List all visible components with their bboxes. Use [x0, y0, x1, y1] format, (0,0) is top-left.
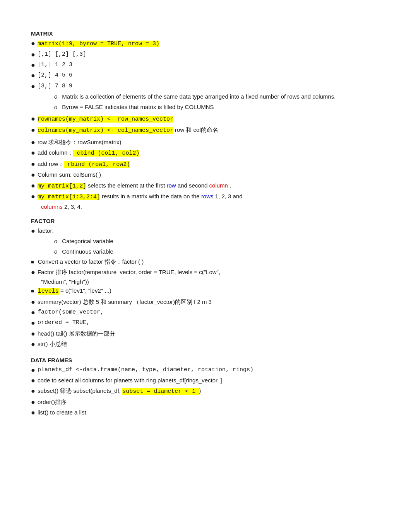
rbind-command: add row： rbind (row1, row2) [38, 160, 130, 169]
list-item: ● str() 小总结 [31, 340, 388, 349]
bullet-dot: ● [31, 408, 35, 417]
list-item: ● summary(vector) 总数 5 和 summary （factor… [31, 298, 388, 307]
column-label: column [209, 182, 228, 189]
order-command: order()排序 [38, 398, 67, 407]
bullet-dot: ● [31, 71, 35, 80]
bullet-dot: ● [31, 387, 35, 396]
list-item: ● Factor 排序 factor(temperature_vector, o… [31, 268, 388, 277]
bullet-dot: ● [31, 82, 35, 91]
columns-label: columns [41, 203, 63, 210]
bullet-dot: ● [31, 376, 35, 385]
list-item: ● Column sum: colSums( ) [31, 171, 388, 179]
matrix-sub-item-2: o Byrow = FALSE indicates that matrix is… [54, 103, 388, 112]
factor-continuous: Continuous variable [62, 247, 113, 256]
matrix-index1-text: selects the element at the first [88, 182, 166, 189]
bullet-dot: ● [31, 192, 35, 201]
matrix-index2-highlight: my_matrix[1:3,2:4] [38, 194, 100, 200]
bullet-dot: ● [31, 171, 35, 179]
list-item: ● [2,] 4 5 6 [31, 71, 388, 80]
list-item: ● my_matrix[1:3,2:4] results in a matrix… [31, 192, 388, 202]
matrix-header-row: [,1] [,2] [,3] [38, 50, 86, 59]
rownames-highlight: rownames(my_matrix) <- row_names_vector [38, 116, 173, 123]
square-bullet-icon: ■ [31, 287, 34, 295]
matrix-title: MATRIX [31, 30, 388, 37]
rows-label: rows [201, 193, 214, 200]
list-item: ● matrix(1:9, byrow = TRUE, nrow = 3) [31, 39, 388, 49]
list-command: list() to create a list [38, 408, 86, 417]
list-item: ● add row： rbind (row1, row2) [31, 160, 388, 169]
bullet-dot: ● [31, 308, 35, 317]
head-tail-command: head() tail() 展示数据的一部分 [38, 329, 115, 338]
matrix-row1: [1,] 1 2 3 [38, 61, 72, 70]
summary-command: summary(vector) 总数 5 和 summary （factor_v… [38, 298, 212, 307]
matrix-index1: my_matrix[1,2] selects the element at th… [38, 181, 231, 191]
list-item: ● my_matrix[1,2] selects the element at … [31, 181, 388, 191]
sub-o-icon: o [54, 92, 57, 101]
matrix-index2-continued: columns 2, 3, 4. [41, 203, 388, 210]
bullet-dot: ● [31, 329, 35, 338]
rowcol-label: row 和 col的命名 [175, 126, 218, 133]
rownames-command: rownames(my_matrix) <- row_names_vector [38, 114, 173, 124]
list-item: ● subset() 筛选 subset(planets_df, subset … [31, 387, 388, 396]
list-item: ● [3,] 7 8 9 [31, 82, 388, 91]
bullet-dot: ● [31, 398, 35, 407]
matrix-index1-highlight: my_matrix[1,2] [38, 183, 86, 189]
colsums-command: Column sum: colSums( ) [38, 171, 101, 179]
matrix-index1-and: and second [178, 182, 209, 189]
matrix-section: MATRIX ● matrix(1:9, byrow = TRUE, nrow … [31, 30, 388, 210]
bullet-dot: ● [31, 50, 35, 59]
cbind-highlight: cbind (col1, col2) [73, 150, 139, 157]
factor-sub-item-1: o Categorical variable [54, 237, 388, 246]
bullet-dot: ● [31, 227, 35, 235]
list-item: ● colnames(my_matrix) <- col_names_vecto… [31, 126, 388, 135]
sub-o-icon: o [54, 247, 57, 256]
code-select-rings: code to select all columns for planets w… [38, 376, 222, 385]
sub-o-icon: o [54, 237, 57, 246]
factor-convert: Convert a vector to factor 指令：factor ( ) [38, 257, 144, 266]
bullet-dot: ● [31, 298, 35, 307]
matrix-code-highlight: matrix(1:9, byrow = TRUE [38, 41, 121, 47]
planets-df-command: planets_df <-data.frame(name, type, diam… [38, 366, 253, 375]
bullet-dot: ● [31, 138, 35, 147]
list-item: ● ordered = TRUE, [31, 319, 388, 327]
bullet-dot: ● [31, 126, 35, 135]
matrix-sub-item-1: o Matrix is a collection of elements of … [54, 92, 388, 101]
colnames-highlight: colnames(my_matrix) <- col_names_vector [38, 127, 173, 134]
square-bullet-icon: ■ [31, 258, 34, 266]
rbind-highlight: rbind (row1, row2) [64, 161, 130, 168]
factor-label: factor: [38, 227, 54, 235]
matrix-nrow-highlight: , nrow = 3) [121, 41, 159, 47]
factor-some-vector: factor(some_vector, [38, 308, 104, 317]
factor-order-text2: "Medium", "High")) [41, 278, 89, 285]
bullet-dot: ● [31, 340, 35, 349]
factor-categorical: Categorical variable [62, 237, 113, 246]
matrix-sub-text-2: Byrow = FALSE indicates that matrix is f… [62, 103, 214, 112]
levels-highlight: levels [38, 288, 59, 295]
list-item: ● factor(some_vector, [31, 308, 388, 317]
bullet-dot: ● [31, 61, 35, 70]
list-item: ■ levels = c("lev1", "lev2" ...) [31, 286, 388, 296]
rowsums-command: row 求和指令：rowSums(matrix) [38, 138, 122, 147]
matrix-command: matrix(1:9, byrow = TRUE, nrow = 3) [38, 39, 159, 49]
str-command: str() 小总结 [38, 340, 67, 349]
list-item: ● list() to create a list [31, 408, 388, 417]
factor-section: FACTOR ● factor: o Categorical variable … [31, 218, 388, 349]
list-item: ■ Convert a vector to factor 指令：factor (… [31, 257, 388, 266]
bullet-dot: ● [31, 114, 35, 123]
subset-command: subset() 筛选 subset(planets_df, subset = … [38, 387, 201, 396]
list-item: ● row 求和指令：rowSums(matrix) [31, 138, 388, 147]
list-item: ● rownames(my_matrix) <- row_names_vecto… [31, 114, 388, 124]
factor-order-continued: "Medium", "High")) [41, 278, 388, 285]
factor-ordered: ordered = TRUE, [38, 319, 90, 327]
bullet-dot: ● [31, 181, 35, 190]
factor-order: Factor 排序 factor(temperature_vector, ord… [38, 268, 220, 277]
matrix-row2: [2,] 4 5 6 [38, 71, 72, 80]
list-item: ● [,1] [,2] [,3] [31, 50, 388, 59]
sub-o-icon: o [54, 103, 57, 112]
matrix-index1-period: . [229, 182, 231, 189]
colnames-command: colnames(my_matrix) <- col_names_vector … [38, 126, 218, 135]
list-item: ● planets_df <-data.frame(name, type, di… [31, 366, 388, 375]
subset-highlight: subset = diameter < 1 [122, 388, 199, 395]
matrix-index2-text2: 1, 2, 3 and [215, 193, 243, 200]
list-item: ● factor: [31, 227, 388, 235]
